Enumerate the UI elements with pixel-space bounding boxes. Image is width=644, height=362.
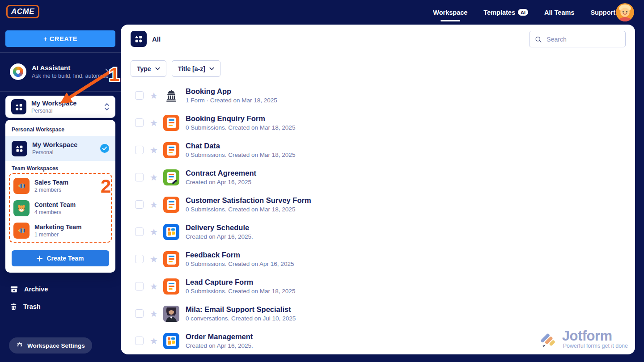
selected-check-icon	[100, 144, 109, 153]
sort-filter-dropdown[interactable]: Title [a-z]	[172, 60, 220, 77]
nav-all-teams[interactable]: All Teams	[544, 9, 574, 16]
list-item[interactable]: ★ Feedback Form 0 Submissions. Created o…	[121, 245, 635, 273]
item-title[interactable]: Chat Data	[186, 142, 295, 150]
create-team-button[interactable]: Create Team	[12, 250, 109, 266]
ai-assistant-subtitle: Ask me to build, find, automate	[32, 73, 100, 79]
row-checkbox[interactable]	[135, 309, 144, 318]
nav-templates-label: Templates	[483, 9, 515, 16]
item-meta: Created on Apr 16, 2025.	[186, 342, 253, 349]
ai-assistant-title: AI Assistant	[32, 64, 100, 72]
list-item[interactable]: ★ Lead Capture Form 0 Submissions. Creat…	[121, 273, 635, 300]
row-checkbox[interactable]	[135, 255, 144, 263]
list-item[interactable]: ★ Contract Agreement Created on Apr 16, …	[121, 164, 635, 191]
list-item[interactable]: ★ Booking App 1 Form · Created on Mar 18…	[121, 82, 635, 109]
list-item[interactable]: ★ Delivery Schedule Created on Apr 16, 2…	[121, 218, 635, 245]
search-input[interactable]	[546, 35, 620, 43]
gear-icon	[16, 342, 23, 349]
row-checkbox[interactable]	[135, 118, 144, 127]
nav-workspace[interactable]: Workspace	[433, 9, 467, 16]
plus-icon	[37, 256, 42, 261]
team-item-sales[interactable]: Sales Team 2 members	[5, 175, 115, 197]
nav-support-label: Support	[590, 9, 615, 16]
sign-document-icon	[163, 169, 179, 185]
item-meta: 0 Submissions. Created on Mar 18, 2025	[186, 206, 311, 213]
workspace-selector-title: My Workspace	[31, 100, 99, 107]
sidebar-divider	[0, 52, 121, 53]
row-checkbox[interactable]	[135, 282, 144, 290]
ai-assistant-item[interactable]: AI Assistant Ask me to build, find, auto…	[0, 56, 121, 87]
agent-photo-avatar	[163, 306, 179, 322]
create-team-label: Create Team	[47, 255, 84, 262]
jotform-logo-icon	[540, 330, 559, 349]
ai-badge: AI	[518, 9, 528, 16]
star-icon[interactable]: ★	[149, 308, 158, 319]
star-icon[interactable]: ★	[149, 145, 158, 156]
search-box[interactable]	[529, 31, 626, 47]
star-icon[interactable]: ★	[149, 336, 158, 346]
team-members: 1 member	[34, 232, 107, 238]
avatar-icon	[616, 3, 634, 21]
star-icon[interactable]: ★	[149, 227, 158, 237]
team-item-marketing[interactable]: Marketing Team 1 member	[5, 219, 115, 242]
item-meta: 1 Form · Created on Mar 18, 2025	[186, 97, 277, 104]
item-title[interactable]: Booking App	[186, 87, 277, 96]
item-title[interactable]: Delivery Schedule	[186, 223, 253, 232]
row-checkbox[interactable]	[135, 227, 144, 236]
row-checkbox[interactable]	[135, 173, 144, 181]
workspace-settings-button[interactable]: Workspace Settings	[9, 337, 92, 354]
search-icon	[535, 35, 542, 43]
sidebar-item-archive[interactable]: Archive	[0, 282, 121, 296]
table-icon	[163, 333, 179, 349]
star-icon[interactable]: ★	[149, 90, 158, 101]
list-item[interactable]: ★ Booking Enquiry Form 0 Submissions. Cr…	[121, 109, 635, 136]
sidebar-item-trash[interactable]: Trash	[0, 300, 121, 313]
list-item[interactable]: ★ Chat Data 0 Submissions. Created on Ma…	[121, 136, 635, 164]
team-item-content[interactable]: Content Team 4 members	[5, 197, 115, 219]
trash-label: Trash	[23, 303, 41, 310]
item-title[interactable]: Contract Agreement	[186, 169, 256, 177]
star-icon[interactable]: ★	[149, 118, 158, 128]
list-item[interactable]: ★ Mila: Email Support Specialist 0 conve…	[121, 300, 635, 327]
row-checkbox[interactable]	[135, 146, 144, 154]
create-button[interactable]: + CREATE	[5, 30, 115, 47]
star-icon[interactable]: ★	[149, 254, 158, 265]
dropdown-item-title: My Workspace	[32, 141, 95, 148]
workspace-selector[interactable]: My Workspace Personal	[5, 96, 115, 118]
item-title[interactable]: Booking Enquiry Form	[186, 114, 295, 123]
item-title[interactable]: Lead Capture Form	[186, 278, 295, 286]
workspace-settings-label: Workspace Settings	[27, 342, 85, 349]
star-icon[interactable]: ★	[149, 172, 158, 183]
workspace-grid-icon	[11, 99, 26, 114]
star-icon[interactable]: ★	[149, 199, 158, 210]
list-item[interactable]: ★ Customer Satisfaction Survey Form 0 Su…	[121, 191, 635, 218]
table-icon	[163, 224, 179, 240]
item-title[interactable]: Feedback Form	[186, 251, 294, 259]
form-icon	[163, 115, 179, 131]
nav-support[interactable]: Support	[590, 9, 615, 16]
type-filter-dropdown[interactable]: Type	[131, 60, 166, 77]
sidebar: + CREATE AI Assistant Ask me to build, f…	[0, 0, 121, 362]
star-icon[interactable]: ★	[149, 281, 158, 292]
jotform-watermark[interactable]: Jotform Powerful forms get it done	[540, 330, 628, 349]
item-title[interactable]: Mila: Email Support Specialist	[186, 305, 296, 314]
watermark-tagline: Powerful forms get it done	[563, 343, 628, 349]
row-checkbox[interactable]	[135, 200, 144, 209]
workspace-selector-subtitle: Personal	[31, 108, 99, 114]
trash-icon	[10, 303, 17, 311]
expand-collapse-icon	[104, 102, 110, 111]
row-checkbox[interactable]	[135, 337, 144, 345]
form-icon	[163, 142, 179, 158]
user-avatar[interactable]	[616, 3, 634, 21]
item-meta: 0 Submissions. Created on Mar 18, 2025	[186, 152, 295, 158]
archive-label: Archive	[24, 286, 48, 293]
item-title[interactable]: Customer Satisfaction Survey Form	[186, 196, 311, 205]
item-title[interactable]: Order Management	[186, 333, 253, 341]
item-meta: 0 Submissions. Created on Mar 18, 2025	[186, 124, 295, 131]
archive-icon	[10, 285, 18, 294]
form-icon	[163, 197, 179, 213]
item-meta: 0 Submissions. Created on Mar 18, 2025	[186, 288, 295, 295]
row-checkbox[interactable]	[135, 91, 144, 100]
dropdown-item-my-workspace[interactable]: My Workspace Personal	[5, 136, 115, 161]
nav-templates[interactable]: Templates AI	[483, 9, 528, 16]
fish-icon	[13, 223, 30, 239]
